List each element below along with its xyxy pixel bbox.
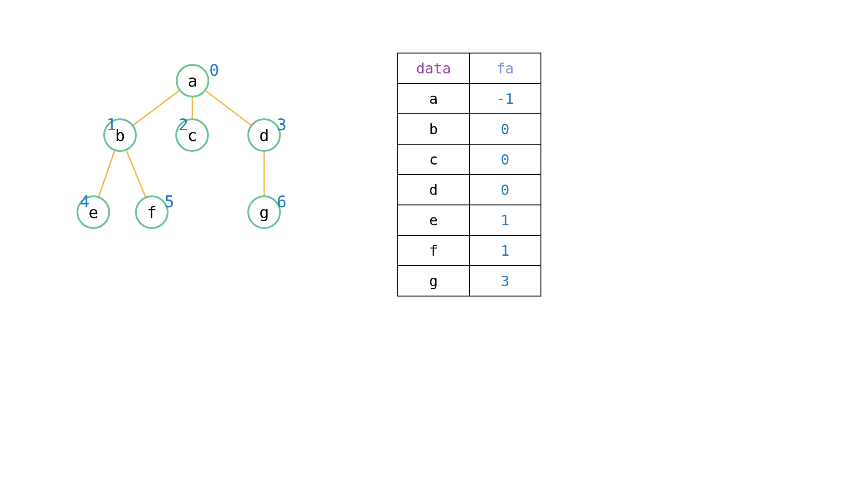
table-row: e1: [398, 205, 541, 235]
cell-data: f: [398, 235, 469, 266]
parent-array-table: data fa a-1b0c0d0e1f1g3: [397, 53, 541, 297]
tree-edge-b-e: [99, 151, 115, 196]
cell-data: g: [398, 266, 469, 296]
cell-fa: 1: [469, 205, 541, 235]
cell-data: b: [398, 114, 469, 144]
tree-edge-a-b: [134, 91, 179, 125]
table-row: d0: [398, 175, 541, 205]
table-row: b0: [398, 114, 541, 144]
table-row: g3: [398, 266, 541, 296]
tree-edges: [0, 0, 362, 317]
tree-edge-b-f: [126, 151, 145, 197]
col-header-fa: fa: [469, 53, 541, 83]
node-index-c: 2: [178, 115, 188, 134]
tree-node-f: f: [135, 195, 169, 229]
node-index-a: 0: [209, 61, 219, 79]
tree-node-d: d: [247, 118, 281, 152]
tree-node-a: a: [176, 64, 209, 97]
diagram-stage: a0b1c2d3e4f5g6 data fa a-1b0c0d0e1f1g3: [0, 0, 868, 496]
col-header-data: data: [398, 53, 469, 83]
cell-fa: -1: [469, 83, 541, 114]
node-index-d: 3: [277, 115, 287, 134]
table-row: a-1: [398, 83, 541, 114]
cell-fa: 0: [469, 144, 541, 175]
cell-data: d: [398, 175, 469, 205]
tree-edge-a-d: [206, 91, 251, 125]
table-row: f1: [398, 235, 541, 266]
cell-fa: 1: [469, 235, 541, 266]
cell-fa: 0: [469, 175, 541, 205]
cell-fa: 3: [469, 266, 541, 296]
cell-fa: 0: [469, 114, 541, 144]
cell-data: e: [398, 205, 469, 235]
table-row: c0: [398, 144, 541, 175]
cell-data: c: [398, 144, 469, 175]
node-index-e: 4: [80, 192, 90, 211]
node-index-b: 1: [106, 115, 116, 134]
tree-node-g: g: [247, 195, 281, 229]
node-index-g: 6: [277, 192, 287, 211]
node-index-f: 5: [164, 192, 174, 211]
cell-data: a: [398, 83, 469, 114]
table-header-row: data fa: [398, 53, 541, 83]
